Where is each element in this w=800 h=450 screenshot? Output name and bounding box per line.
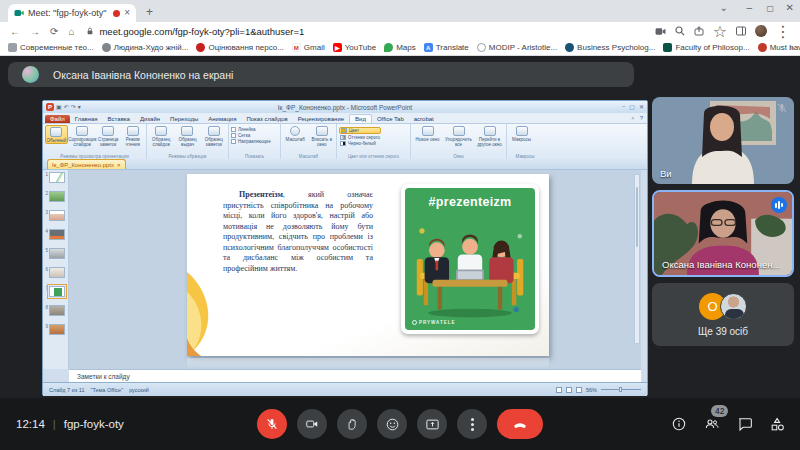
bookmark-item[interactable]: Людина-Худо жній... [102, 43, 189, 52]
forward-icon[interactable]: → [30, 26, 40, 37]
ribbon-button-normal[interactable]: Обычный [45, 125, 68, 144]
slide-thumbnail[interactable]: 9 [44, 324, 68, 335]
ppt-tab-slideshow[interactable]: Показ слайдов [241, 115, 292, 123]
mic-mute-button[interactable] [257, 409, 287, 439]
slide-scrollbar[interactable] [634, 174, 640, 344]
end-call-button[interactable] [497, 409, 543, 439]
reload-icon[interactable]: ⟳ [50, 26, 58, 37]
ribbon-button-blackwhite[interactable]: Черно-белый [339, 141, 381, 146]
ppt-minimize-icon[interactable]: – [622, 103, 625, 110]
ppt-close-icon[interactable]: ✕ [639, 103, 644, 110]
back-icon[interactable]: ← [10, 26, 20, 37]
minimize-icon[interactable]: – [746, 2, 752, 13]
tab-sharing-camera-icon[interactable] [655, 27, 666, 36]
maximize-icon[interactable]: ▢ [766, 4, 774, 13]
home-icon[interactable]: ⌂ [68, 26, 74, 37]
ribbon-button-handout-master[interactable]: Образец выдач [175, 125, 199, 147]
ppt-tab-home[interactable]: Главная [70, 115, 103, 123]
slide-thumbnail[interactable]: 3 [44, 210, 68, 221]
ribbon-button-sorter[interactable]: Сортировщик слайдов [70, 125, 95, 147]
share-icon[interactable] [694, 26, 704, 36]
bookmark-item-youtube[interactable]: ▶YouTube [333, 43, 376, 52]
close-icon[interactable]: ✕ [786, 2, 794, 13]
ribbon-button-switch-window[interactable]: Перейти в другое окно [475, 125, 504, 147]
thumbnail-image [49, 267, 65, 278]
browser-menu-icon[interactable]: ⋮ [775, 22, 791, 41]
slide-thumbnail[interactable]: 2 [44, 191, 68, 202]
ppt-tab-officetab[interactable]: Office Tab [372, 115, 409, 123]
ppt-tab-design[interactable]: Дизайн [135, 115, 165, 123]
bookmarks-overflow-icon[interactable]: » [789, 43, 794, 53]
view-normal-icon[interactable] [556, 387, 562, 393]
bookmark-item[interactable]: Оцінювання персо... [196, 43, 283, 52]
view-sorter-icon[interactable] [566, 387, 572, 393]
ribbon-button-notes-master[interactable]: Образец заметок [202, 125, 226, 147]
bookmark-item[interactable]: Современные тео... [8, 43, 94, 52]
zoom-knob[interactable] [619, 387, 622, 392]
bookmark-item-maps[interactable]: Maps [384, 43, 416, 52]
raise-hand-button[interactable] [337, 409, 367, 439]
view-slideshow-icon[interactable] [576, 387, 582, 393]
ribbon-collapse-icon[interactable]: ＾ [630, 115, 636, 124]
ppt-tab-insert[interactable]: Вставка [103, 115, 135, 123]
ppt-tab-acrobat[interactable]: acrobat [409, 115, 439, 123]
chat-button[interactable] [737, 416, 753, 432]
bookmark-item-gmail[interactable]: MGmail [292, 43, 325, 52]
ribbon-button-slide-master[interactable]: Образец слайдов [149, 125, 173, 147]
ribbon-button-arrange-all[interactable]: Упорядочить все [444, 125, 473, 147]
document-tab-close-icon[interactable]: × [117, 162, 121, 168]
help-icon[interactable]: ? [640, 115, 643, 124]
bookmark-item[interactable]: MODIP - Aristotle... [477, 43, 557, 52]
video-tile-you[interactable]: Ви [652, 97, 794, 184]
video-tile-presenter[interactable]: Оксана Іванівна Кононен... [652, 190, 794, 277]
slide-thumbnail[interactable]: 4 [44, 229, 68, 240]
reactions-button[interactable] [377, 409, 407, 439]
tab-search-icon[interactable]: ⌄ [720, 2, 728, 13]
address-bar[interactable]: meet.google.com/fgp-foyk-oty?pli=1&authu… [99, 26, 654, 37]
zoom-slider[interactable] [601, 389, 641, 390]
slide-thumbnail[interactable]: 6 [44, 267, 68, 278]
ribbon-button-fit-window[interactable]: Вписать в окно [310, 125, 335, 147]
ribbon-button-macros[interactable]: Макросы [509, 125, 534, 142]
ppt-tab-transitions[interactable]: Переходы [165, 115, 203, 123]
zoom-icon[interactable] [675, 26, 685, 36]
activities-button[interactable] [769, 416, 786, 433]
slide-thumbnail[interactable]: 8 [44, 305, 68, 316]
ribbon-button-reading[interactable]: Режим чтения [121, 125, 144, 147]
ppt-tab-animations[interactable]: Анимация [203, 115, 241, 123]
slide-thumbnail[interactable]: 1 [44, 172, 68, 183]
ribbon-button-notes-page[interactable]: Страница заметок [97, 125, 120, 147]
new-tab-button[interactable]: + [146, 5, 153, 19]
bookmark-favicon [196, 43, 205, 52]
bookmark-star-icon[interactable]: ☆ [713, 22, 727, 41]
tab-close-icon[interactable]: × [124, 8, 130, 18]
checkbox-guides[interactable]: Направляющие [231, 139, 271, 144]
checkbox-grid[interactable]: Сетка [231, 133, 271, 138]
ppt-maximize-icon[interactable]: ▢ [629, 103, 635, 110]
ribbon-button-color[interactable]: Цвет [339, 127, 381, 134]
document-tab[interactable]: Ік_ФР_Кононенко.pptx × [47, 159, 126, 169]
bookmark-item[interactable]: Faculty of Philosop... [663, 43, 749, 52]
checkbox-ruler[interactable]: Линейка [231, 127, 271, 132]
bookmark-item[interactable]: Business Psycholog... [565, 43, 655, 52]
bookmark-item-translate[interactable]: ATranslate [424, 43, 469, 52]
participants-button[interactable]: 42 [703, 416, 721, 432]
camera-button[interactable] [297, 409, 327, 439]
ppt-tab-review[interactable]: Рецензирование [293, 115, 349, 123]
slide-thumbnail-selected[interactable]: 7 [44, 286, 68, 297]
ribbon-button-grayscale[interactable]: Оттенки серого [339, 135, 381, 140]
slide-thumbnail[interactable]: 5 [44, 248, 68, 259]
present-button[interactable] [417, 409, 447, 439]
ribbon-button-zoom[interactable]: Масштаб [283, 125, 308, 142]
ribbon-button-new-window[interactable]: Новое окно [413, 125, 442, 142]
scrollbar-thumb[interactable] [636, 187, 638, 247]
notes-pane[interactable]: Заметки к слайду [69, 369, 641, 382]
ppt-tab-view[interactable]: Вид [349, 114, 372, 123]
profile-avatar[interactable] [755, 25, 767, 37]
ppt-tab-file[interactable]: Файл [45, 115, 70, 123]
meeting-details-button[interactable] [671, 416, 687, 432]
tile-more-participants[interactable]: O Ще 39 осіб [652, 283, 794, 346]
browser-tab[interactable]: Meet: "fgp-foyk-oty" × [8, 4, 136, 22]
side-panel-icon[interactable] [736, 26, 746, 36]
more-options-button[interactable] [457, 409, 487, 439]
